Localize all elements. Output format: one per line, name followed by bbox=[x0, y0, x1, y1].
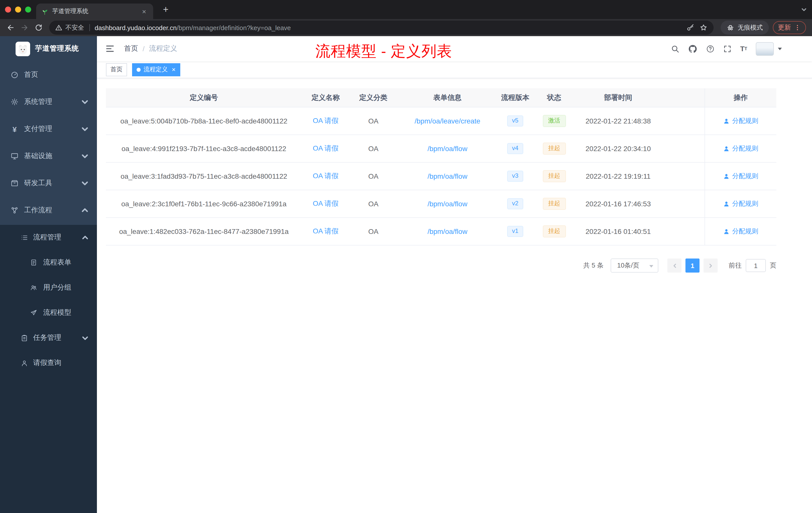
form-link[interactable]: /bpm/oa/flow bbox=[428, 172, 467, 180]
search-icon[interactable] bbox=[671, 44, 679, 53]
fullscreen-icon[interactable] bbox=[723, 44, 732, 53]
page-size-select[interactable]: 10条/页 bbox=[611, 259, 658, 273]
sidebar-item-devtools[interactable]: 研发工具 bbox=[0, 170, 97, 197]
process-form-icon bbox=[30, 259, 37, 266]
breadcrumb: 首页 / 流程定义 bbox=[124, 44, 177, 53]
assign-rule-link[interactable]: 分配规则 bbox=[723, 117, 758, 125]
form-link[interactable]: /bpm/oa/flow bbox=[428, 200, 467, 208]
sidebar-item-process-model[interactable]: 流程模型 bbox=[0, 300, 97, 325]
tag-home[interactable]: 首页 bbox=[106, 63, 127, 76]
refresh-button[interactable] bbox=[32, 21, 45, 34]
zoom-window-button[interactable] bbox=[25, 6, 31, 12]
sidebar-item-process-management[interactable]: 流程管理 bbox=[0, 225, 97, 250]
menu-dots-icon[interactable] bbox=[794, 24, 801, 31]
address-bar[interactable]: 不安全 dashboard.yudao.iocoder.cn /bpm/mana… bbox=[49, 21, 714, 35]
breadcrumb-separator: / bbox=[143, 45, 145, 53]
definition-name-link[interactable]: OA 请假 bbox=[313, 199, 339, 208]
key-icon[interactable] bbox=[687, 24, 695, 32]
page-jumper: 前往 页 bbox=[729, 259, 776, 272]
chevron-right-icon bbox=[708, 263, 713, 268]
avatar[interactable] bbox=[756, 42, 774, 56]
goto-unit: 页 bbox=[770, 261, 776, 270]
back-button[interactable] bbox=[4, 21, 17, 34]
sidebar-item-workflow[interactable]: 工作流程 bbox=[0, 197, 97, 224]
user-menu[interactable] bbox=[756, 42, 782, 56]
cell-definition-id: oa_leave:3:1fad3d93-7b75-11ec-a3c8-acde4… bbox=[106, 163, 302, 190]
chevron-left-icon bbox=[672, 263, 677, 268]
pagination: 共 5 条 10条/页 1 前往 页 bbox=[106, 259, 776, 273]
incognito-icon bbox=[727, 24, 734, 31]
col-form-info: 表单信息 bbox=[397, 88, 498, 107]
table-row: oa_leave:3:1fad3d93-7b75-11ec-a3c8-acde4… bbox=[106, 163, 776, 190]
definition-name-link[interactable]: OA 请假 bbox=[313, 117, 339, 125]
definition-name-link[interactable]: OA 请假 bbox=[313, 227, 339, 236]
page-1-button[interactable]: 1 bbox=[686, 259, 699, 273]
cell-category: OA bbox=[349, 218, 397, 245]
browser-tab[interactable]: 芋道管理系统 × bbox=[36, 3, 153, 19]
star-icon[interactable] bbox=[699, 24, 707, 32]
tab-close-icon[interactable]: × bbox=[140, 7, 148, 15]
update-button[interactable]: 更新 bbox=[773, 21, 806, 34]
form-link[interactable]: /bpm/oa/flow bbox=[428, 145, 467, 153]
assign-rule-link[interactable]: 分配规则 bbox=[723, 199, 758, 208]
tag-close-icon[interactable]: × bbox=[172, 66, 175, 73]
version-badge: v1 bbox=[507, 226, 523, 237]
cell-deploy-time: 2022-01-22 19:19:11 bbox=[576, 163, 661, 190]
col-status: 状态 bbox=[533, 88, 576, 107]
table-row: oa_leave:2:3c1f0ef1-76b1-11ec-9c66-a2380… bbox=[106, 190, 776, 218]
form-link[interactable]: /bpm/oa/flow bbox=[428, 228, 467, 235]
next-page-button[interactable] bbox=[703, 259, 718, 273]
app-logo[interactable]: 芋道管理系统 bbox=[0, 36, 97, 61]
sidebar-item-payment[interactable]: ¥ 支付管理 bbox=[0, 116, 97, 143]
tab-search-chevron-icon[interactable] bbox=[801, 6, 807, 12]
sidebar-item-user-group[interactable]: 用户分组 bbox=[0, 275, 97, 300]
pagination-total: 共 5 条 bbox=[583, 261, 604, 270]
hamburger-button[interactable] bbox=[105, 44, 115, 54]
forward-button[interactable] bbox=[18, 21, 31, 34]
select-caret-icon bbox=[649, 265, 653, 268]
sidebar-item-infrastructure[interactable]: 基础设施 bbox=[0, 143, 97, 170]
sidebar-item-system[interactable]: 系统管理 bbox=[0, 88, 97, 116]
sidebar-item-task-management[interactable]: 任务管理 bbox=[0, 325, 97, 350]
help-icon[interactable] bbox=[706, 44, 715, 53]
sidebar-item-leave-query[interactable]: 请假查询 bbox=[0, 350, 97, 375]
minimize-window-button[interactable] bbox=[15, 6, 21, 12]
table-row: oa_leave:5:004b710b-7b8a-11ec-8ef0-acde4… bbox=[106, 108, 776, 135]
tab-title: 芋道管理系统 bbox=[52, 7, 136, 16]
status-badge: 挂起 bbox=[543, 170, 566, 182]
chevron-down-icon bbox=[81, 98, 89, 106]
assign-rule-link[interactable]: 分配规则 bbox=[723, 172, 758, 181]
form-link[interactable]: /bpm/oa/leave/create bbox=[414, 117, 480, 125]
assign-rule-link[interactable]: 分配规则 bbox=[723, 144, 758, 153]
refresh-icon bbox=[35, 24, 43, 32]
assign-rule-link[interactable]: 分配规则 bbox=[723, 227, 758, 236]
back-icon bbox=[6, 24, 14, 32]
prev-page-button[interactable] bbox=[667, 259, 682, 273]
version-badge: v5 bbox=[507, 116, 523, 126]
security-chip[interactable]: 不安全 bbox=[55, 23, 84, 32]
url-path: /bpm/manager/definition?key=oa_leave bbox=[177, 24, 291, 31]
cell-definition-id: oa_leave:2:3c1f0ef1-76b1-11ec-9c66-a2380… bbox=[106, 190, 302, 217]
window-controls bbox=[5, 6, 31, 12]
header-actions: TT bbox=[671, 42, 782, 56]
incognito-label: 无痕模式 bbox=[738, 23, 763, 32]
cell-category: OA bbox=[349, 190, 397, 217]
version-badge: v4 bbox=[507, 143, 523, 154]
github-icon[interactable] bbox=[688, 44, 697, 54]
font-size-icon[interactable]: TT bbox=[740, 45, 747, 52]
definition-name-link[interactable]: OA 请假 bbox=[313, 144, 339, 153]
goto-input[interactable] bbox=[746, 259, 766, 272]
sidebar-item-home[interactable]: 首页 bbox=[0, 61, 97, 88]
close-window-button[interactable] bbox=[5, 6, 11, 12]
definition-name-link[interactable]: OA 请假 bbox=[313, 172, 339, 181]
tags-view: 首页 流程定义 × bbox=[97, 61, 812, 78]
sidebar-item-process-form[interactable]: 流程表单 bbox=[0, 250, 97, 275]
chevron-down-icon bbox=[81, 334, 89, 341]
dashboard-icon bbox=[10, 71, 19, 79]
logo-title: 芋道管理系统 bbox=[35, 44, 79, 53]
breadcrumb-home[interactable]: 首页 bbox=[124, 44, 138, 53]
yen-icon: ¥ bbox=[10, 125, 19, 133]
tag-process-definition[interactable]: 流程定义 × bbox=[132, 63, 180, 76]
new-tab-button[interactable]: + bbox=[160, 4, 172, 16]
cell-deploy-time: 2022-01-22 21:48:38 bbox=[576, 108, 661, 134]
